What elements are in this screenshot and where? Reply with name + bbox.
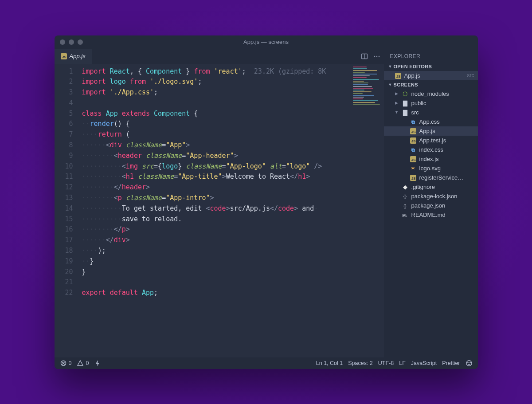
zoom-dot[interactable]	[78, 39, 83, 45]
js-icon: JS	[410, 156, 416, 162]
file-label: registerService…	[419, 174, 474, 181]
tree-item[interactable]: ▶⬡node_modules	[384, 89, 478, 98]
tab-label: App.js	[70, 53, 86, 59]
tree-item[interactable]: JSApp.test.js	[384, 136, 478, 145]
json-icon: {}	[403, 203, 407, 208]
smiley-icon	[466, 360, 473, 367]
js-icon: JS	[410, 175, 416, 181]
svg-icon: ✶	[411, 165, 415, 172]
chevron-right-icon: ▶	[395, 101, 399, 105]
tree-item[interactable]: {}package-lock.json	[384, 192, 478, 201]
explorer-sidebar: EXPLORER ▼ OPEN EDITORS JSApp.jssrc ▼ SC…	[384, 49, 478, 357]
window-title: App.js — screens	[55, 39, 478, 45]
css-icon: ⧉	[411, 147, 415, 153]
problems-errors[interactable]: 0	[60, 360, 72, 367]
close-dot[interactable]	[60, 39, 65, 45]
file-label: public	[411, 100, 474, 106]
js-icon: JS	[395, 73, 401, 79]
eol[interactable]: LF	[399, 360, 406, 366]
titlebar: App.js — screens	[55, 35, 478, 49]
prettier-bolt[interactable]	[94, 360, 101, 367]
open-editors-list: JSApp.jssrc	[384, 71, 478, 80]
tree-item[interactable]: ✶logo.svg	[384, 164, 478, 173]
tabbar: JS App.js	[55, 49, 384, 64]
css-icon: ⧉	[411, 119, 415, 125]
formatter[interactable]: Prettier	[442, 360, 460, 366]
svg-point-4	[378, 55, 379, 57]
code-area[interactable]: import React, { Component } from 'react'…	[79, 64, 384, 357]
tree-item[interactable]: M↓README.md	[384, 210, 478, 220]
line-gutter: 12345678910111213141516171819202122	[55, 64, 79, 357]
split-editor-icon[interactable]	[361, 53, 368, 60]
chevron-right-icon: ▶	[395, 91, 399, 96]
code-editor[interactable]: 12345678910111213141516171819202122 impo…	[55, 64, 384, 357]
file-label: README.md	[411, 212, 474, 218]
more-icon[interactable]	[373, 53, 380, 60]
language-mode[interactable]: JavaScript	[411, 360, 437, 366]
file-label: index.css	[419, 146, 474, 153]
tree-item[interactable]: ◆.gitignore	[384, 182, 478, 192]
file-label: src	[411, 109, 474, 116]
error-icon	[60, 360, 67, 367]
markdown-icon: M↓	[403, 213, 408, 218]
workspace-header[interactable]: ▼ SCREENS	[384, 80, 478, 89]
feedback-smiley[interactable]	[466, 360, 473, 367]
json-icon: {}	[403, 194, 407, 199]
folder-icon: ▇	[403, 100, 407, 106]
tree-item[interactable]: ▶▇public	[384, 98, 478, 108]
nodejs-icon: ⬡	[403, 90, 407, 97]
editor-group: JS App.js 123456789101112131415161718192…	[55, 49, 384, 357]
svg-point-9	[467, 362, 468, 362]
file-label: App.test.js	[419, 137, 474, 144]
workspace-tree: ▶⬡node_modules▶▇public▼▇src⧉App.cssJSApp…	[384, 89, 478, 220]
js-icon: JS	[61, 53, 67, 59]
tree-item[interactable]: {}package.json	[384, 201, 478, 210]
tab-app-js[interactable]: JS App.js	[55, 49, 92, 64]
chevron-down-icon: ▼	[395, 110, 399, 114]
tree-item[interactable]: ⧉App.css	[384, 117, 478, 126]
tree-item[interactable]: ⧉index.css	[384, 145, 478, 154]
file-label: App.css	[419, 118, 474, 125]
file-label: package.json	[411, 202, 474, 209]
minimize-dot[interactable]	[69, 39, 74, 45]
svg-point-2	[374, 55, 375, 57]
file-label: package-lock.json	[411, 193, 474, 200]
tree-item[interactable]: JSApp.js	[384, 126, 478, 136]
svg-point-3	[376, 55, 377, 57]
tree-item[interactable]: JSregisterService…	[384, 173, 478, 182]
tree-item[interactable]: JSindex.js	[384, 154, 478, 164]
encoding[interactable]: UTF-8	[378, 360, 394, 366]
tree-item[interactable]: ▼▇src	[384, 108, 478, 117]
svg-point-10	[469, 362, 470, 362]
file-label: App.js	[419, 128, 474, 134]
editor-window: App.js — screens JS App.js 12345	[55, 35, 478, 369]
minimap[interactable]	[353, 66, 384, 97]
problems-warnings[interactable]: 0	[77, 360, 89, 367]
open-editor-item[interactable]: JSApp.jssrc	[384, 71, 478, 80]
file-label: .gitignore	[411, 184, 474, 190]
cursor-position[interactable]: Ln 1, Col 1	[316, 360, 343, 366]
traffic-lights	[60, 39, 83, 45]
svg-point-8	[466, 361, 472, 366]
git-icon: ◆	[403, 184, 407, 190]
file-label: index.js	[419, 156, 474, 162]
bolt-icon	[94, 360, 101, 367]
js-icon: JS	[410, 137, 416, 144]
file-sublabel: src	[467, 72, 474, 78]
folder-icon: ▇	[403, 109, 407, 116]
file-label: App.js	[404, 72, 463, 79]
chevron-down-icon: ▼	[388, 82, 392, 87]
file-label: node_modules	[411, 90, 474, 97]
explorer-title: EXPLORER	[384, 49, 478, 62]
file-label: logo.svg	[419, 165, 474, 172]
open-editors-header[interactable]: ▼ OPEN EDITORS	[384, 62, 478, 71]
js-icon: JS	[410, 128, 416, 134]
chevron-down-icon: ▼	[388, 64, 392, 69]
warning-icon	[77, 360, 84, 367]
indentation[interactable]: Spaces: 2	[348, 360, 373, 366]
status-bar: 0 0 Ln 1, Col 1 Spaces: 2 UTF-8 LF JavaS…	[55, 357, 478, 369]
